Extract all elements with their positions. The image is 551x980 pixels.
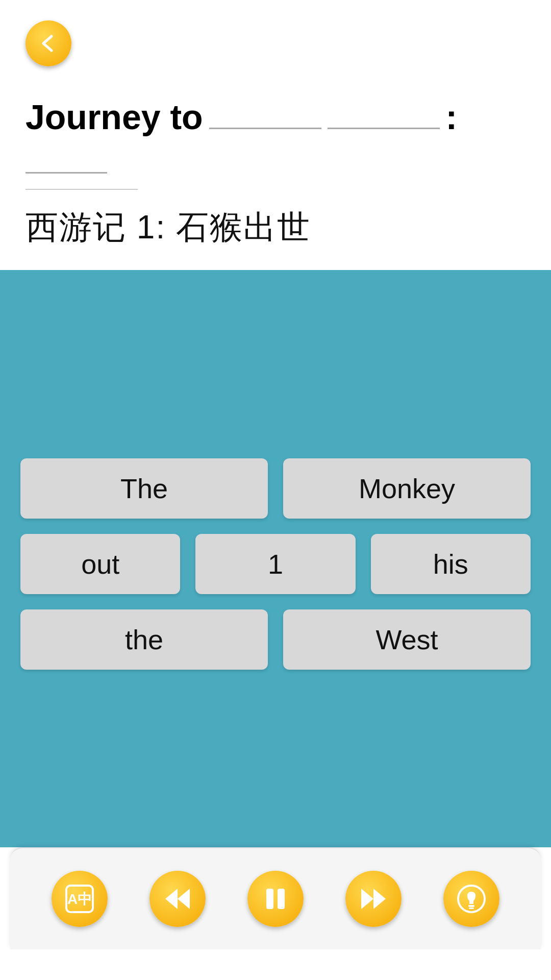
title-blank-3: [26, 143, 107, 174]
svg-marker-7: [373, 889, 386, 909]
word-row-2: out 1 his: [20, 534, 531, 594]
pause-button[interactable]: [247, 871, 304, 927]
word-button-his[interactable]: his: [371, 534, 531, 594]
svg-rect-9: [468, 905, 474, 907]
translate-button[interactable]: A中: [52, 871, 108, 927]
svg-marker-6: [361, 889, 373, 909]
fastforward-icon: [357, 883, 390, 915]
title-blank-1: [209, 99, 321, 129]
word-row-1: The Monkey: [20, 458, 531, 519]
title-blank-2: [328, 99, 440, 129]
hint-button[interactable]: [443, 871, 499, 927]
title-prefix: Journey to: [26, 97, 203, 137]
word-choice-area: The Monkey out 1 his the West: [0, 270, 551, 847]
svg-marker-2: [165, 889, 178, 909]
toolbar: A中: [10, 847, 541, 949]
pause-icon: [259, 883, 292, 915]
back-arrow-icon: [36, 31, 61, 56]
top-area: Journey to : 西游记 1: 石猴出世: [0, 0, 551, 270]
word-button-the-lower[interactable]: the: [20, 609, 268, 670]
word-button-out[interactable]: out: [20, 534, 180, 594]
svg-rect-10: [469, 908, 474, 909]
hint-lightbulb-icon: [455, 883, 488, 915]
svg-rect-5: [278, 889, 285, 909]
subtitle: 西游记 1: 石猴出世: [26, 205, 525, 250]
bottom-spacer: [0, 949, 551, 980]
back-button[interactable]: [26, 20, 71, 66]
translate-icon: A中: [63, 883, 96, 915]
word-button-1[interactable]: 1: [195, 534, 355, 594]
rewind-button[interactable]: [149, 871, 206, 927]
fastforward-button[interactable]: [345, 871, 402, 927]
title-line: Journey to :: [26, 97, 525, 174]
svg-rect-4: [266, 889, 273, 909]
word-button-monkey[interactable]: Monkey: [283, 458, 531, 519]
svg-marker-3: [178, 889, 190, 909]
svg-text:A中: A中: [67, 891, 92, 907]
word-button-the[interactable]: The: [20, 458, 268, 519]
title-colon: :: [446, 97, 458, 137]
word-button-west[interactable]: West: [283, 609, 531, 670]
word-row-3: the West: [20, 609, 531, 670]
divider: [26, 189, 138, 190]
rewind-icon: [161, 883, 194, 915]
